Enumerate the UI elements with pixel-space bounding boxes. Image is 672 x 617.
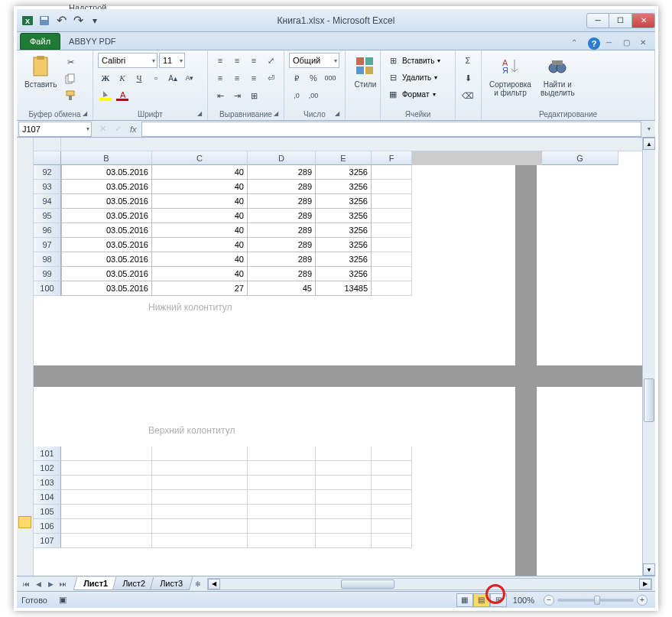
- scroll-up-icon[interactable]: ▲: [643, 138, 655, 150]
- page-layout-view-button[interactable]: ▤: [473, 593, 490, 607]
- undo-icon[interactable]: ↶: [55, 15, 67, 27]
- cell[interactable]: [248, 476, 316, 490]
- orientation-icon[interactable]: ⤢: [263, 53, 278, 68]
- bold-button[interactable]: Ж: [98, 70, 113, 86]
- format-painter-icon[interactable]: [63, 88, 78, 103]
- help-icon[interactable]: ?: [588, 37, 600, 50]
- align-left-icon[interactable]: ≡: [213, 70, 228, 86]
- cell[interactable]: [372, 209, 412, 223]
- dialog-launcher-icon[interactable]: ◢: [334, 109, 343, 119]
- cell[interactable]: 03.05.2016: [61, 267, 152, 281]
- doc-min-icon[interactable]: ─: [606, 38, 617, 49]
- row-header[interactable]: 96: [34, 223, 61, 238]
- tab-nav-first-icon[interactable]: ⏮: [20, 578, 32, 590]
- align-center-icon[interactable]: ≡: [229, 70, 245, 86]
- italic-button[interactable]: К: [115, 70, 130, 86]
- comma-icon[interactable]: 000: [323, 70, 338, 86]
- cell[interactable]: 289: [248, 267, 316, 281]
- cell[interactable]: 3256: [316, 252, 372, 267]
- row-header[interactable]: 95: [34, 209, 61, 223]
- dialog-launcher-icon[interactable]: ◢: [273, 109, 282, 119]
- font-size-combo[interactable]: 11: [159, 53, 185, 68]
- font-name-combo[interactable]: Calibri: [98, 53, 157, 68]
- row-header[interactable]: 100: [34, 281, 61, 296]
- macro-record-icon[interactable]: ▣: [55, 593, 70, 608]
- cell[interactable]: [316, 461, 372, 476]
- column-header[interactable]: D: [248, 151, 316, 165]
- cell[interactable]: [152, 490, 248, 505]
- row-header[interactable]: 98: [34, 252, 61, 267]
- cell[interactable]: 289: [248, 165, 316, 180]
- cell[interactable]: 03.05.2016: [61, 180, 152, 194]
- cell[interactable]: 40: [152, 252, 248, 267]
- cell[interactable]: [152, 505, 248, 519]
- cell[interactable]: 3256: [316, 194, 372, 209]
- row-header[interactable]: 92: [34, 165, 61, 180]
- merge-icon[interactable]: ⊞: [246, 88, 261, 103]
- align-bot-icon[interactable]: ≡: [246, 53, 261, 68]
- cell[interactable]: 3256: [316, 165, 372, 180]
- qat-more-icon[interactable]: ▾: [89, 15, 101, 27]
- cell[interactable]: 3256: [316, 209, 372, 223]
- row-header[interactable]: 103: [34, 476, 61, 490]
- cell[interactable]: [248, 505, 316, 519]
- footer-placeholder[interactable]: Нижний колонтитул: [133, 296, 412, 313]
- doc-close-icon[interactable]: ✕: [640, 38, 651, 49]
- cell[interactable]: 13485: [316, 281, 372, 296]
- cell[interactable]: [372, 223, 412, 238]
- ribbon-tab-abbyy pdf[interactable]: ABBYY PDF: [62, 33, 123, 50]
- row-header[interactable]: 105: [34, 505, 61, 519]
- row-header[interactable]: 93: [34, 180, 61, 194]
- column-header[interactable]: F: [372, 151, 412, 165]
- underline-button[interactable]: Ч: [131, 70, 147, 86]
- redo-icon[interactable]: ↷: [72, 15, 84, 27]
- cell[interactable]: 289: [248, 209, 316, 223]
- scroll-thumb[interactable]: [341, 580, 394, 589]
- row-header[interactable]: 94: [34, 194, 61, 209]
- sort-filter-button[interactable]: АЯ Сортировка и фильтр: [486, 53, 534, 99]
- cell[interactable]: [372, 447, 412, 461]
- cell[interactable]: [372, 505, 412, 519]
- minimize-button[interactable]: ─: [586, 13, 609, 28]
- cell[interactable]: 3256: [316, 223, 372, 238]
- cell[interactable]: [152, 519, 248, 534]
- paste-button[interactable]: Вставить: [21, 53, 60, 90]
- cell[interactable]: [372, 180, 412, 194]
- scroll-right-icon[interactable]: ▶: [639, 579, 651, 589]
- save-icon[interactable]: [38, 15, 50, 27]
- row-header[interactable]: 101: [34, 447, 61, 461]
- cell[interactable]: 03.05.2016: [61, 238, 152, 252]
- cell[interactable]: [372, 476, 412, 490]
- row-header[interactable]: 102: [34, 461, 61, 476]
- styles-button[interactable]: Стили: [350, 53, 381, 90]
- cell[interactable]: 03.05.2016: [61, 165, 152, 180]
- find-select-button[interactable]: Найти и выделить: [537, 53, 578, 99]
- cell[interactable]: [248, 534, 316, 548]
- cell[interactable]: [372, 252, 412, 267]
- row-header[interactable]: 107: [34, 534, 61, 548]
- font-color-icon[interactable]: A: [115, 88, 130, 103]
- cell[interactable]: [372, 281, 412, 296]
- normal-view-button[interactable]: ▦: [456, 593, 473, 607]
- cell[interactable]: 03.05.2016: [61, 223, 152, 238]
- fill-color-icon[interactable]: [98, 88, 113, 103]
- cell[interactable]: [372, 461, 412, 476]
- cell[interactable]: [316, 505, 372, 519]
- row-header[interactable]: 97: [34, 238, 61, 252]
- cell[interactable]: 40: [152, 209, 248, 223]
- cell[interactable]: [248, 519, 316, 534]
- header-placeholder[interactable]: Верхний колонтитул: [133, 419, 642, 436]
- horizontal-scrollbar[interactable]: ◀ ▶: [207, 578, 652, 590]
- cell[interactable]: 40: [152, 194, 248, 209]
- cell[interactable]: [316, 476, 372, 490]
- row-header[interactable]: 104: [34, 490, 61, 505]
- cell[interactable]: [61, 534, 152, 548]
- cell[interactable]: 3256: [316, 180, 372, 194]
- wrap-text-icon[interactable]: ⏎: [263, 70, 278, 86]
- scroll-thumb[interactable]: [644, 378, 654, 422]
- cell[interactable]: [152, 461, 248, 476]
- number-format-combo[interactable]: Общий: [289, 53, 339, 68]
- cell[interactable]: [152, 534, 248, 548]
- cell[interactable]: 03.05.2016: [61, 281, 152, 296]
- clear-icon[interactable]: ⌫: [460, 88, 476, 103]
